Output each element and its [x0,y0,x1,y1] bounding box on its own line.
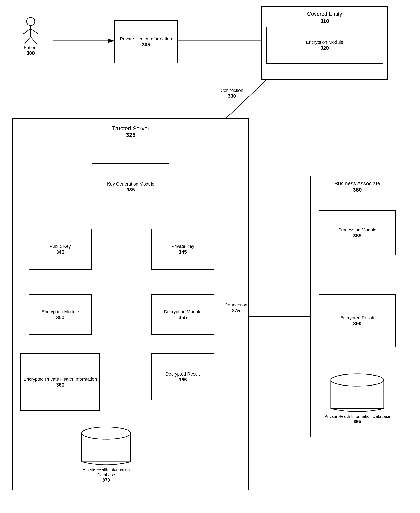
encrypted-phi-label: Encrypted Private Health Information [23,376,97,382]
patient-number: 300 [12,50,49,56]
covered-entity-number: 310 [266,18,383,24]
encrypted-result-box: Encrypted Result 390 [319,294,396,347]
covered-entity-title: Covered Entity [266,11,383,17]
processing-module-label: Processing Module [338,227,376,233]
private-key-box: Private Key 345 [151,229,214,270]
decrypted-result-number: 365 [179,377,187,383]
svg-line-18 [23,29,31,34]
key-gen-number: 335 [127,187,135,193]
phi-label: Private Health Information [120,36,172,42]
phi-database-370-number: 370 [103,477,110,483]
phi-database-395-label: Private Health Information Database [324,414,390,419]
decrypted-result-label: Decrypted Result [165,371,200,377]
patient-figure: Patient 300 [12,16,49,56]
encrypted-phi-box: Encrypted Private Health Information 360 [20,353,100,411]
encrypted-result-number: 390 [353,321,361,327]
svg-point-25 [331,374,384,386]
public-key-number: 340 [56,249,64,255]
patient-label: Patient [12,45,49,50]
covered-entity-outer: Covered Entity 310 Encryption Module 320 [261,6,388,80]
connection-375-label: Connection 375 [225,302,247,314]
processing-module-box: Processing Module 385 [319,210,396,255]
diagram-container: Patient 300 Private Health Information 3… [0,0,420,513]
svg-point-16 [27,17,35,25]
key-gen-label: Key Generation Module [107,181,154,187]
encryption-module-box: Encryption Module 350 [29,294,92,335]
private-key-number: 345 [179,249,187,255]
decryption-module-label: Decryption Module [164,309,201,315]
encryption-module-inner-label: Encryption Module [306,39,343,45]
public-key-box: Public Key 340 [29,229,92,270]
encryption-module-inner: Encryption Module 320 [266,27,383,63]
phi-database-370: Private Health Information Database 370 [74,425,139,483]
trusted-server-title: Trusted Server [19,125,242,132]
trusted-server-number: 325 [19,132,242,138]
phi-number: 305 [142,42,150,48]
svg-line-21 [31,37,37,44]
business-associate-number: 380 [315,187,400,193]
encryption-module-inner-number: 320 [321,45,329,51]
decryption-module-box: Decryption Module 355 [151,294,214,335]
phi-database-395: Private Health Information Database 395 [319,372,396,424]
key-gen-box: Key Generation Module 335 [92,163,169,210]
encryption-module-label: Encryption Module [42,309,79,315]
encrypted-result-label: Encrypted Result [340,315,375,321]
svg-point-23 [82,427,131,439]
decrypted-result-box: Decrypted Result 365 [151,353,214,400]
svg-line-20 [24,37,31,44]
phi-box: Private Health Information 305 [114,20,178,63]
connection-330-label: Connection 330 [220,88,243,99]
phi-database-370-label: Private Health Information Database [74,467,139,477]
decryption-module-number: 355 [179,315,187,320]
private-key-label: Private Key [171,244,194,249]
encryption-module-number: 350 [56,315,64,320]
phi-database-395-number: 395 [354,419,361,424]
encrypted-phi-number: 360 [56,382,64,388]
processing-module-number: 385 [353,233,361,239]
svg-line-19 [31,29,38,34]
public-key-label: Public Key [50,244,71,249]
business-associate-title: Business Associate [315,180,400,187]
